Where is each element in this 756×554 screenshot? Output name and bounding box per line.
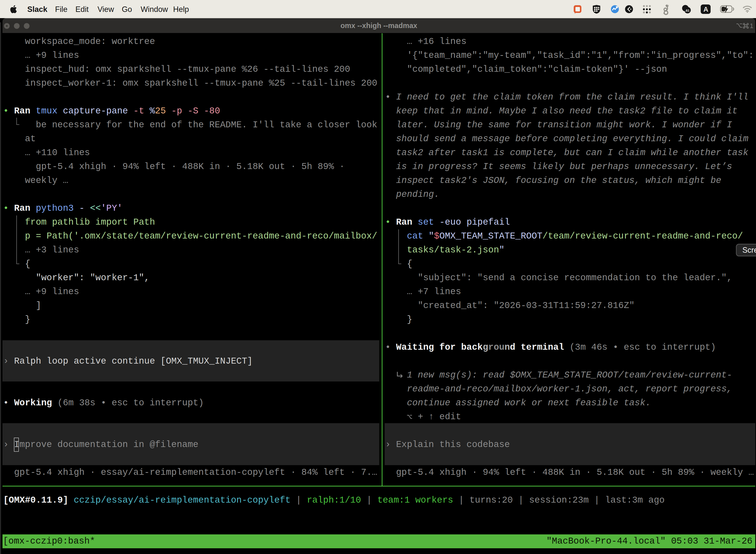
svg-text:A: A bbox=[703, 6, 708, 13]
svg-text:..61: ..61 bbox=[684, 9, 690, 12]
svg-text:1: 1 bbox=[750, 22, 753, 29]
